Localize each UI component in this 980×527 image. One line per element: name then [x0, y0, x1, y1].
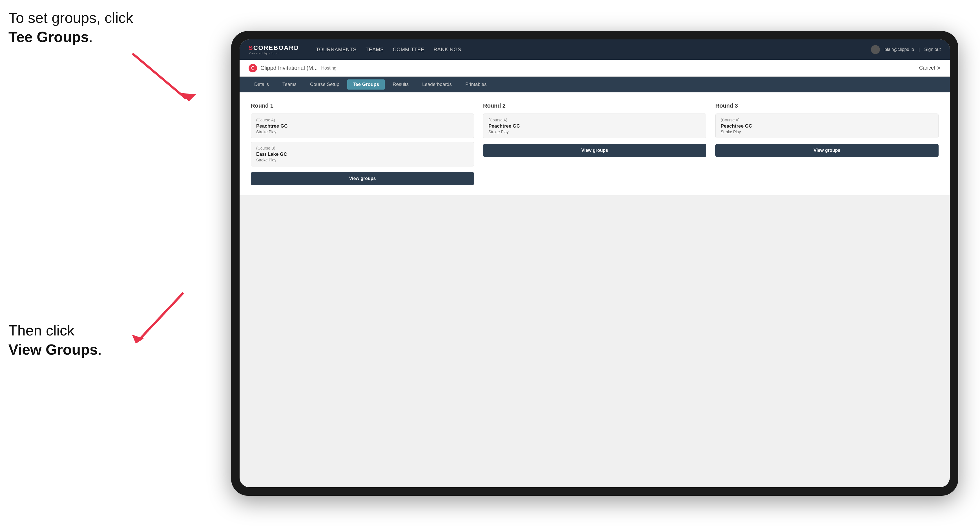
round-2-course-label: (Course A)	[488, 118, 701, 122]
tournament-logo: C	[248, 64, 257, 72]
course-b-format: Stroke Play	[256, 158, 469, 162]
svg-line-0	[132, 54, 186, 98]
instruction-top: To set groups, click Tee Groups.	[8, 8, 133, 46]
tournament-title: C Clippd Invitational (M... Hosting	[248, 64, 337, 72]
tournament-name: Clippd Invitational (M...	[261, 65, 318, 71]
round-2-course-a: (Course A) Peachtree GC Stroke Play	[483, 114, 706, 138]
course-a-label: (Course A)	[256, 118, 469, 122]
round-1-title: Round 1	[251, 103, 474, 109]
sub-header: C Clippd Invitational (M... Hosting Canc…	[240, 60, 950, 76]
logo-text: SCOREBOARD	[248, 44, 299, 52]
course-b-name: East Lake GC	[256, 152, 469, 157]
instruction-top-line2: Tee Groups.	[8, 28, 133, 47]
cancel-button[interactable]: Cancel ✕	[919, 65, 941, 71]
nav-teams[interactable]: TEAMS	[366, 47, 384, 53]
logo-area: SCOREBOARD Powered by clippit	[248, 44, 299, 55]
round-2-view-groups-button[interactable]: View groups	[483, 144, 706, 157]
tab-results[interactable]: Results	[387, 79, 414, 90]
tab-details[interactable]: Details	[248, 79, 275, 90]
nav-links: TOURNAMENTS TEAMS COMMITTEE RANKINGS	[316, 47, 860, 53]
round-3-course-a: (Course A) Peachtree GC Stroke Play	[715, 114, 939, 138]
hosting-badge: Hosting	[321, 66, 336, 71]
round-1-course-b: (Course B) East Lake GC Stroke Play	[251, 142, 474, 167]
round-3-course-name: Peachtree GC	[721, 123, 933, 129]
rounds-container: Round 1 (Course A) Peachtree GC Stroke P…	[251, 103, 939, 185]
arrow-top	[121, 45, 200, 107]
tablet: SCOREBOARD Powered by clippit TOURNAMENT…	[231, 31, 958, 496]
nav-bar: SCOREBOARD Powered by clippit TOURNAMENT…	[240, 40, 950, 60]
svg-line-2	[138, 293, 183, 341]
round-1-column: Round 1 (Course A) Peachtree GC Stroke P…	[251, 103, 474, 185]
tab-teams[interactable]: Teams	[277, 79, 302, 90]
course-a-format: Stroke Play	[256, 130, 469, 134]
tab-printables[interactable]: Printables	[460, 79, 492, 90]
tabs-bar: Details Teams Course Setup Tee Groups Re…	[240, 76, 950, 92]
tab-leaderboards[interactable]: Leaderboards	[417, 79, 457, 90]
round-3-view-groups-button[interactable]: View groups	[715, 144, 939, 157]
logo-sub: Powered by clippit	[248, 52, 299, 55]
round-1-course-a: (Course A) Peachtree GC Stroke Play	[251, 114, 474, 138]
tab-tee-groups[interactable]: Tee Groups	[347, 79, 385, 90]
arrow-bottom	[121, 284, 194, 349]
instruction-bottom-line1: Then click	[8, 321, 102, 340]
round-2-course-format: Stroke Play	[488, 130, 701, 134]
main-content: Round 1 (Course A) Peachtree GC Stroke P…	[240, 92, 950, 195]
tab-course-setup[interactable]: Course Setup	[304, 79, 345, 90]
nav-committee[interactable]: COMMITTEE	[393, 47, 425, 53]
course-a-name: Peachtree GC	[256, 123, 469, 129]
round-1-view-groups-button[interactable]: View groups	[251, 172, 474, 185]
instruction-bottom-line2: View Groups.	[8, 340, 102, 359]
nav-rankings[interactable]: RANKINGS	[433, 47, 461, 53]
course-b-label: (Course B)	[256, 146, 469, 151]
round-2-course-name: Peachtree GC	[488, 123, 701, 129]
tablet-screen: SCOREBOARD Powered by clippit TOURNAMENT…	[240, 40, 950, 487]
instruction-bottom: Then click View Groups.	[8, 321, 102, 359]
round-3-column: Round 3 (Course A) Peachtree GC Stroke P…	[715, 103, 939, 157]
round-3-course-label: (Course A)	[721, 118, 933, 122]
user-avatar	[871, 45, 880, 54]
nav-right: blair@clippd.io | Sign out	[871, 45, 941, 54]
round-3-course-format: Stroke Play	[721, 130, 933, 134]
instruction-top-line1: To set groups, click	[8, 8, 133, 28]
round-3-title: Round 3	[715, 103, 939, 109]
sign-out-link[interactable]: Sign out	[924, 47, 941, 52]
nav-tournaments[interactable]: TOURNAMENTS	[316, 47, 356, 53]
user-email: blair@clippd.io	[885, 47, 914, 52]
round-2-title: Round 2	[483, 103, 706, 109]
round-2-column: Round 2 (Course A) Peachtree GC Stroke P…	[483, 103, 706, 157]
